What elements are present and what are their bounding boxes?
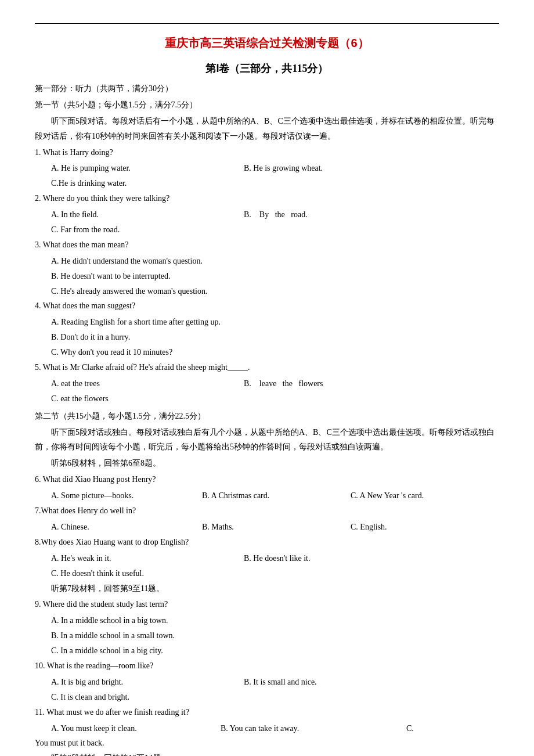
main-title: 重庆市高三英语综合过关检测专题（6） xyxy=(35,35,499,51)
q4-optA: A. Reading English for a short time afte… xyxy=(35,315,499,330)
question-2: 2. Where do you think they were talking? xyxy=(35,191,499,206)
q2-options: A. In the field. B. By the road. xyxy=(35,207,499,222)
q5-optA: A. eat the trees xyxy=(35,376,244,391)
question-7: 7.What does Henry do well in? xyxy=(35,503,499,519)
content-area: 第一部分：听力（共两节，满分30分） 第一节（共5小题；每小题1.5分，满分7.… xyxy=(35,81,499,756)
question-5: 5. What is Mr Clarke afraid of? He's afr… xyxy=(35,360,499,375)
q11-optC-text: You must put it back. xyxy=(35,736,499,751)
section1-header: 第一部分：听力（共两节，满分30分） xyxy=(35,81,499,96)
q11-optB: B. You can take it away. xyxy=(221,721,406,736)
q8-optB: B. He doesn't like it. xyxy=(244,551,499,566)
question-11: 11. What must we do after we finish read… xyxy=(35,705,499,720)
question-9: 9. Where did the student study last term… xyxy=(35,597,499,612)
question-3: 3. What does the man mean? xyxy=(35,237,499,253)
section1-node2-intro1: 听下面5段对话或独白。每段对话或独白后有几个小题，从题中所给的A、B、C三个选项… xyxy=(35,425,499,455)
q2-optC: C. Far from the road. xyxy=(35,222,499,237)
q2-optB: B. By the road. xyxy=(244,207,499,222)
question-10: 10. What is the reading—room like? xyxy=(35,658,499,674)
q10-optB: B. It is small and nice. xyxy=(244,675,499,690)
q10-optA: A. It is big and bright. xyxy=(35,675,244,690)
q3-optC: C. He's already answered the woman's que… xyxy=(35,284,499,299)
section1-node1: 第一节（共5小题；每小题1.5分，满分7.5分） xyxy=(35,98,499,113)
q7-optC: C. English. xyxy=(351,520,499,535)
q5-options: A. eat the trees B. leave the flowers xyxy=(35,376,499,391)
q11-optC: C. xyxy=(406,721,453,736)
volume-title: 第Ⅰ卷（三部分，共115分） xyxy=(35,62,499,75)
q10-optC: C. It is clean and bright. xyxy=(35,690,499,705)
q2-optA: A. In the field. xyxy=(35,207,244,222)
top-divider xyxy=(35,23,499,24)
question-1: 1. What is Harry doing? xyxy=(35,145,499,160)
q7-options: A. Chinese. B. Maths. C. English. xyxy=(35,520,499,535)
q4-optB: B. Don't do it in a hurry. xyxy=(35,330,499,345)
q9-optB: B. In a middle school in a small town. xyxy=(35,628,499,643)
section1-intro: 听下面5段对话。每段对话后有一个小题，从题中所给的A、B、C三个选项中选出最佳选… xyxy=(35,114,499,144)
q1-optA: A. He is pumping water. xyxy=(35,161,244,176)
q10-options: A. It is big and bright. B. It is small … xyxy=(35,675,499,690)
section1-node2: 第二节（共15小题，每小题1.5分，满分22.5分） xyxy=(35,409,499,424)
q9-optA: A. In a middle school in a big town. xyxy=(35,613,499,628)
question-6: 6. What did Xiao Huang post Henry? xyxy=(35,472,499,487)
q4-optC: C. Why don't you read it 10 minutes? xyxy=(35,345,499,360)
q6-optB: B. A Christmas card. xyxy=(202,488,351,503)
q6-optC: C. A New Year 's card. xyxy=(351,488,499,503)
q6-options: A. Some picture—books. B. A Christmas ca… xyxy=(35,488,499,503)
q8-optC: C. He doesn't think it useful. xyxy=(35,566,499,581)
q11-optA: A. You must keep it clean. xyxy=(35,721,221,736)
q5-optB: B. leave the flowers xyxy=(244,376,499,391)
q1-optB: B. He is growing wheat. xyxy=(244,161,499,176)
q9-optC: C. In a middle school in a big city. xyxy=(35,643,499,658)
q5-optC: C. eat the flowers xyxy=(35,391,499,406)
q8-options: A. He's weak in it. B. He doesn't like i… xyxy=(35,551,499,566)
q3-optA: A. He didn't understand the woman's ques… xyxy=(35,254,499,269)
section1-node2-intro2: 听第6段材料，回答第6至8题。 xyxy=(35,456,499,471)
q1-options: A. He is pumping water. B. He is growing… xyxy=(35,161,499,176)
q7-optB: B. Maths. xyxy=(202,520,351,535)
section1-node4-intro: 听第8段材料，回答第12至14题。 xyxy=(35,751,499,756)
question-8: 8.Why does Xiao Huang want to drop Engli… xyxy=(35,535,499,550)
section1-node3-intro: 听第7段材料，回答第9至11题。 xyxy=(35,581,499,596)
q3-optB: B. He doesn't want to be interrupted. xyxy=(35,269,499,284)
q8-optA: A. He's weak in it. xyxy=(35,551,244,566)
q11-options: A. You must keep it clean. B. You can ta… xyxy=(35,721,499,736)
q7-optA: A. Chinese. xyxy=(35,520,202,535)
question-4: 4. What does the man suggest? xyxy=(35,298,499,314)
q1-optC: C.He is drinking water. xyxy=(35,176,499,191)
q6-optA: A. Some picture—books. xyxy=(35,488,202,503)
